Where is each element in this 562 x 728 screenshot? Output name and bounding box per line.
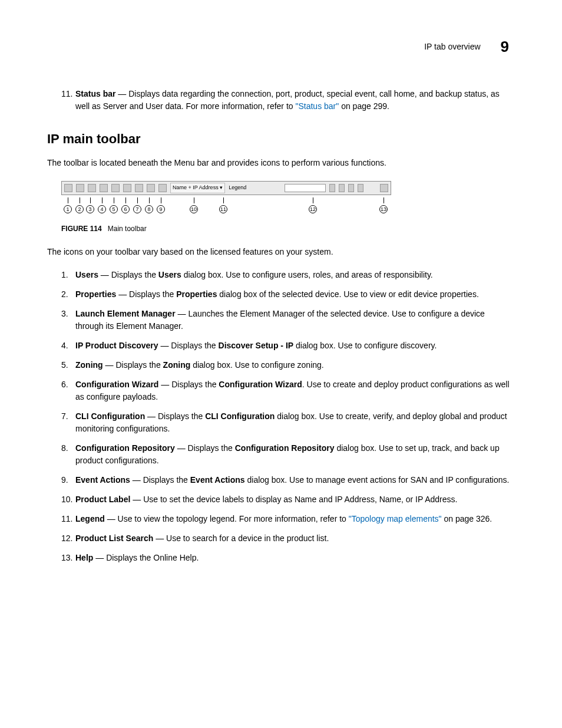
item-number: 1. xyxy=(61,269,68,281)
item-term: Users xyxy=(75,270,98,279)
item-number: 4. xyxy=(61,340,68,352)
item-text: dialog box. Use to configure zoning. xyxy=(190,360,323,370)
page-header: IP tab overview 9 xyxy=(47,35,515,58)
event-actions-icon xyxy=(158,184,167,192)
item-text: Displays the xyxy=(171,380,219,389)
list-item: 3.Launch Element Manager — Launches the … xyxy=(61,308,515,332)
item-term: IP Product Discovery xyxy=(75,341,158,350)
list-item: 2.Properties — Displays the Properties d… xyxy=(61,288,515,301)
item-number: 8. xyxy=(61,442,68,454)
item-bold-text: Zoning xyxy=(163,360,191,370)
help-icon xyxy=(380,184,388,192)
status-bar-link[interactable]: "Status bar" xyxy=(295,101,339,111)
toolbar-illustration: Name + IP Address ▾ Legend xyxy=(61,181,391,195)
figure-title: Main toolbar xyxy=(108,225,147,233)
callout-1: 1 xyxy=(64,197,72,213)
item-term: Configuration Wizard xyxy=(75,380,158,389)
list-item: 6.Configuration Wizard — Displays the Co… xyxy=(61,378,515,403)
item-dash: — xyxy=(115,89,128,98)
legend-label: Legend xyxy=(229,184,246,192)
item-text: dialog box of the selected device. Use t… xyxy=(217,289,478,299)
search-icon-4 xyxy=(358,184,363,192)
item-dash: — xyxy=(153,533,166,543)
item-term: Legend xyxy=(75,514,105,523)
item-number: 2. xyxy=(61,288,68,301)
section-heading: IP main toolbar xyxy=(47,129,515,149)
header-title: IP tab overview xyxy=(424,41,480,53)
callout-8: 8 xyxy=(145,197,153,213)
item-dash: — xyxy=(176,309,189,318)
list-item: 9.Event Actions — Displays the Event Act… xyxy=(61,474,515,486)
item-dash: — xyxy=(116,289,129,299)
item-term: Product List Search xyxy=(75,533,153,543)
item-number: 7. xyxy=(61,410,68,423)
item-link[interactable]: "Topology map elements" xyxy=(349,514,442,523)
chapter-number: 9 xyxy=(501,35,509,58)
properties-icon xyxy=(76,184,84,192)
section-intro: The toolbar is located beneath the Menu … xyxy=(47,157,515,169)
item-dash: — xyxy=(145,411,158,421)
callout-row: 12345678910111213 xyxy=(61,197,515,214)
item-text: Displays data regarding the connection, … xyxy=(75,89,500,111)
item-text: Displays the xyxy=(115,360,163,370)
item-term: CLI Configuration xyxy=(75,411,145,421)
item-text: dialog box. Use to manage event actions … xyxy=(245,475,510,485)
item-dash: — xyxy=(130,475,143,485)
callout-7: 7 xyxy=(133,197,141,213)
list-item: 12.Product List Search — Use to search f… xyxy=(61,532,515,545)
item-term: Product Label xyxy=(75,495,130,504)
item-text: Displays the xyxy=(143,475,190,485)
item-text: Use to search for a device in the produc… xyxy=(166,533,329,543)
item-number: 6. xyxy=(61,378,68,391)
product-label-dropdown: Name + IP Address ▾ xyxy=(170,183,225,193)
search-icon-3 xyxy=(348,184,354,192)
figure-number: FIGURE 114 xyxy=(61,225,102,233)
toolbar-items-list: 1.Users — Displays the Users dialog box.… xyxy=(61,269,515,564)
item-number: 9. xyxy=(61,474,68,486)
item-number: 5. xyxy=(61,359,68,371)
item-term: Event Actions xyxy=(75,475,130,485)
item-number: 11. xyxy=(61,513,72,525)
discovery-icon xyxy=(100,184,108,192)
item-dash: — xyxy=(105,514,118,523)
search-field xyxy=(285,184,326,192)
config-wizard-icon xyxy=(123,184,131,192)
element-manager-icon xyxy=(88,184,96,192)
item-bold-text: Users xyxy=(158,270,181,279)
item-text: dialog box. Use to configure users, role… xyxy=(181,270,433,279)
callout-13: 13 xyxy=(379,197,388,213)
item-text: Displays the xyxy=(171,341,218,350)
item-number: 11. xyxy=(61,88,72,100)
callout-2: 2 xyxy=(75,197,84,213)
callout-10: 10 xyxy=(190,197,198,213)
figure-caption: FIGURE 114 Main toolbar xyxy=(61,223,515,234)
item-dash: — xyxy=(158,341,171,350)
item-term: Zoning xyxy=(75,360,103,370)
config-repo-icon xyxy=(147,184,155,192)
item-number: 10. xyxy=(61,493,72,506)
item-dash: — xyxy=(158,380,171,389)
after-figure-text: The icons on your toolbar vary based on … xyxy=(47,246,515,258)
item-bold-text: Configuration Wizard xyxy=(219,380,302,389)
list-item: 11.Legend — Use to view the topology leg… xyxy=(61,513,515,525)
item-term: Properties xyxy=(75,289,116,299)
content-area: 11. Status bar — Displays data regarding… xyxy=(61,88,515,564)
item-text: Use to set the device labels to display … xyxy=(143,495,457,504)
callout-9: 9 xyxy=(157,197,165,213)
callout-5: 5 xyxy=(110,197,118,213)
item-text: dialog box. Use to configure discovery. xyxy=(293,341,437,350)
item-dash: — xyxy=(98,270,111,279)
zoning-icon xyxy=(111,184,120,192)
list-item: 1.Users — Displays the Users dialog box.… xyxy=(61,269,515,281)
item-bold-text: Discover Setup - IP xyxy=(219,341,294,350)
callout-4: 4 xyxy=(98,197,106,213)
item-text: Displays the Online Help. xyxy=(106,553,199,562)
item-dash: — xyxy=(175,443,188,453)
callout-12: 12 xyxy=(309,197,317,213)
item-bold-text: Configuration Repository xyxy=(235,443,335,453)
list-item: 5.Zoning — Displays the Zoning dialog bo… xyxy=(61,359,515,371)
item-number: 12. xyxy=(61,532,72,545)
list-item: 13.Help — Displays the Online Help. xyxy=(61,552,515,564)
callout-6: 6 xyxy=(121,197,130,213)
item-term: Configuration Repository xyxy=(75,443,175,453)
